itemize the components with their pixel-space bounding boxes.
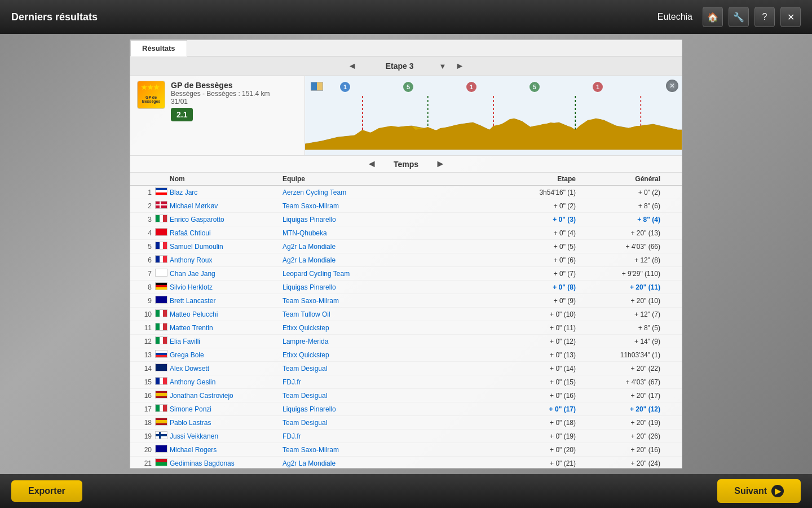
team-name[interactable]: Liquigas Pinarello: [283, 405, 497, 413]
rider-name[interactable]: Blaz Jarc: [170, 189, 283, 196]
time-label: Temps: [394, 160, 418, 169]
row-position: 2: [135, 202, 155, 210]
general-time: + 12" (8): [587, 256, 677, 264]
row-position: 17: [135, 405, 155, 413]
row-flag: [155, 214, 170, 224]
rider-name[interactable]: Pablo Lastras: [170, 419, 283, 427]
general-time: + 20" (19): [587, 419, 677, 427]
team-name[interactable]: Etixx Quickstep: [283, 324, 497, 332]
team-name[interactable]: Aerzen Cycling Team: [283, 189, 497, 196]
rider-name[interactable]: Jonathan Castroviejo: [170, 392, 283, 400]
team-name[interactable]: Team Saxo-Milram: [283, 446, 497, 454]
team-name[interactable]: Team Desigual: [283, 419, 497, 427]
titlebar-right: Eutechia 🏠 🔧 ? ✕: [657, 7, 801, 27]
general-time: + 4'03" (66): [587, 243, 677, 251]
row-position: 3: [135, 216, 155, 224]
rider-name[interactable]: Alex Dowsett: [170, 365, 283, 373]
rider-name[interactable]: Enrico Gasparotto: [170, 216, 283, 224]
team-name[interactable]: Ag2r La Mondiale: [283, 459, 497, 467]
race-left: ★★★ GP deBessèges GP de Bessèges Bessège…: [130, 76, 305, 155]
row-flag: [155, 296, 170, 305]
rider-name[interactable]: Gediminas Bagdonas: [170, 459, 283, 467]
next-button[interactable]: Suivant ▶: [717, 479, 801, 503]
etape-time: + 0" (6): [497, 256, 587, 264]
rider-name[interactable]: Michael Mørkøv: [170, 202, 283, 210]
help-button[interactable]: ?: [754, 7, 775, 27]
rider-name[interactable]: Chan Jae Jang: [170, 270, 283, 278]
rider-name[interactable]: Michael Rogers: [170, 446, 283, 454]
row-flag: [155, 309, 170, 319]
rider-name[interactable]: Elia Favilli: [170, 338, 283, 345]
settings-button[interactable]: 🔧: [729, 7, 749, 27]
time-prev-button[interactable]: ◄: [367, 158, 377, 170]
team-name[interactable]: FDJ.fr: [283, 432, 497, 440]
rider-name[interactable]: Grega Bole: [170, 351, 283, 359]
team-name[interactable]: Ag2r La Mondiale: [283, 256, 497, 264]
etape-time: + 0" (4): [497, 229, 587, 237]
results-container: Nom Equipe Etape Général 1 Blaz Jarc Aer…: [130, 173, 682, 468]
etape-time: + 0" (18): [497, 419, 587, 427]
team-name[interactable]: Team Saxo-Milram: [283, 202, 497, 210]
time-next-button[interactable]: ►: [435, 158, 445, 170]
username: Eutechia: [657, 12, 692, 22]
table-row: 16 Jonathan Castroviejo Team Desigual + …: [130, 389, 682, 402]
team-name[interactable]: Leopard Cycling Team: [283, 270, 497, 278]
stage-next-button[interactable]: ►: [452, 60, 467, 72]
results-body[interactable]: 1 Blaz Jarc Aerzen Cycling Team 3h54'16"…: [130, 186, 682, 468]
team-name[interactable]: MTN-Qhubeka: [283, 229, 497, 237]
rider-name[interactable]: Rafaâ Chtioui: [170, 229, 283, 237]
etape-time: + 0" (2): [497, 202, 587, 210]
rider-name[interactable]: Matteo Pelucchi: [170, 310, 283, 318]
general-time: + 12" (7): [587, 310, 677, 318]
row-flag: [155, 282, 170, 292]
row-position: 6: [135, 256, 155, 264]
team-name[interactable]: FDJ.fr: [283, 378, 497, 386]
row-position: 7: [135, 270, 155, 278]
row-position: 14: [135, 365, 155, 373]
team-name[interactable]: Team Desigual: [283, 392, 497, 400]
table-row: 5 Samuel Dumoulin Ag2r La Mondiale + 0" …: [130, 240, 682, 253]
rider-name[interactable]: Jussi Veikkanen: [170, 432, 283, 440]
team-name[interactable]: Liquigas Pinarello: [283, 283, 497, 291]
row-flag: [155, 404, 170, 414]
row-flag: [155, 242, 170, 251]
etape-time: + 0" (16): [497, 392, 587, 400]
rider-name[interactable]: Anthony Geslin: [170, 378, 283, 386]
row-position: 1: [135, 189, 155, 196]
rider-name[interactable]: Samuel Dumoulin: [170, 243, 283, 251]
export-button[interactable]: Exporter: [11, 480, 82, 502]
export-label: Exporter: [28, 486, 65, 496]
stage-dropdown-icon[interactable]: ▼: [439, 62, 447, 71]
etape-time: + 0" (11): [497, 324, 587, 332]
row-position: 13: [135, 351, 155, 359]
general-time: + 20" (12): [587, 405, 677, 413]
team-name[interactable]: Ag2r La Mondiale: [283, 243, 497, 251]
stage-prev-button[interactable]: ◄: [345, 60, 360, 72]
general-time: 11h03'34" (1): [587, 351, 677, 359]
tab-results[interactable]: Résultats: [130, 40, 187, 56]
team-name[interactable]: Etixx Quickstep: [283, 351, 497, 359]
general-time: + 20" (22): [587, 365, 677, 373]
rider-name[interactable]: Brett Lancaster: [170, 297, 283, 305]
table-row: 18 Pablo Lastras Team Desigual + 0" (18)…: [130, 416, 682, 430]
rider-name[interactable]: Anthony Roux: [170, 256, 283, 264]
main-panel: Résultats ◄ Etape 3 ▼ ► ★★★ GP deBessège…: [130, 40, 682, 468]
team-name[interactable]: Liquigas Pinarello: [283, 216, 497, 224]
row-flag: [155, 418, 170, 427]
team-name[interactable]: Lampre-Merida: [283, 338, 497, 345]
table-row: 17 Simone Ponzi Liquigas Pinarello + 0" …: [130, 402, 682, 416]
row-position: 15: [135, 378, 155, 386]
race-profile-wrapper: ★★★ GP deBessèges GP de Bessèges Bessège…: [130, 76, 682, 156]
rider-name[interactable]: Simone Ponzi: [170, 405, 283, 413]
rider-name[interactable]: Silvio Herklotz: [170, 283, 283, 291]
team-name[interactable]: Team Tullow Oil: [283, 310, 497, 318]
rider-name[interactable]: Matteo Trentin: [170, 324, 283, 332]
home-button[interactable]: 🏠: [703, 7, 723, 27]
close-button[interactable]: ✕: [780, 7, 801, 27]
team-name[interactable]: Team Saxo-Milram: [283, 297, 497, 305]
general-time: + 4'03" (67): [587, 378, 677, 386]
results-header: Nom Equipe Etape Général: [130, 173, 682, 186]
team-name[interactable]: Team Desigual: [283, 365, 497, 373]
row-flag: [155, 228, 170, 238]
row-flag: [155, 350, 170, 360]
